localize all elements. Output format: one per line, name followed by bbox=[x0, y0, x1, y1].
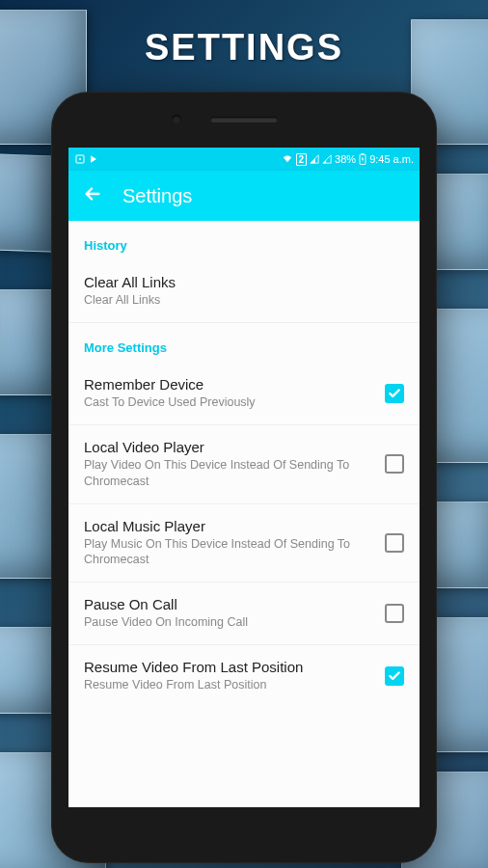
setting-remember-device[interactable]: Remember Device Cast To Device Used Prev… bbox=[68, 363, 420, 425]
checkbox-checked-icon[interactable] bbox=[385, 666, 404, 686]
svg-rect-3 bbox=[362, 153, 364, 154]
app-bar-title: Settings bbox=[122, 185, 192, 207]
phone-speaker bbox=[210, 117, 278, 122]
setting-title: Local Video Player bbox=[84, 439, 373, 455]
app-bar: Settings bbox=[68, 171, 420, 221]
settings-content: History Clear All Links Clear All Links … bbox=[68, 221, 420, 807]
setting-resume-video[interactable]: Resume Video From Last Position Resume V… bbox=[68, 645, 420, 707]
setting-title: Pause On Call bbox=[84, 596, 373, 612]
setting-subtitle: Play Music On This Device Instead Of Sen… bbox=[84, 536, 373, 569]
setting-subtitle: Cast To Device Used Previously bbox=[84, 394, 373, 411]
setting-local-music-player[interactable]: Local Music Player Play Music On This De… bbox=[68, 504, 420, 583]
setting-title: Clear All Links bbox=[84, 274, 393, 290]
setting-title: Resume Video From Last Position bbox=[84, 659, 373, 675]
wifi-icon bbox=[282, 154, 293, 164]
screenshot-icon bbox=[74, 153, 86, 165]
setting-clear-all-links[interactable]: Clear All Links Clear All Links bbox=[68, 260, 420, 323]
section-header-more-settings: More Settings bbox=[68, 323, 420, 363]
signal-icon-2 bbox=[322, 154, 332, 164]
battery-percent: 38% bbox=[335, 153, 356, 165]
battery-charging-icon bbox=[359, 153, 366, 165]
setting-local-video-player[interactable]: Local Video Player Play Video On This De… bbox=[68, 425, 420, 504]
svg-point-1 bbox=[79, 158, 81, 160]
page-title: SETTINGS bbox=[0, 0, 488, 68]
setting-subtitle: Play Video On This Device Instead Of Sen… bbox=[84, 457, 373, 490]
sim-icon: 2 bbox=[296, 153, 308, 166]
clock-text: 9:45 a.m. bbox=[369, 153, 414, 165]
setting-subtitle: Pause Video On Incoming Call bbox=[84, 614, 373, 631]
checkbox-unchecked-icon[interactable] bbox=[385, 604, 404, 623]
notification-icon bbox=[89, 154, 98, 164]
phone-camera bbox=[172, 115, 181, 124]
setting-title: Local Music Player bbox=[84, 518, 373, 534]
phone-frame: 2 38% 9:45 a.m. Settings History bbox=[51, 92, 437, 863]
status-bar: 2 38% 9:45 a.m. bbox=[68, 148, 420, 171]
section-header-history: History bbox=[68, 221, 420, 260]
setting-subtitle: Clear All Links bbox=[84, 292, 393, 309]
checkbox-checked-icon[interactable] bbox=[385, 384, 404, 403]
checkbox-unchecked-icon[interactable] bbox=[385, 454, 404, 474]
phone-screen: 2 38% 9:45 a.m. Settings History bbox=[68, 148, 420, 807]
setting-title: Remember Device bbox=[84, 376, 373, 393]
setting-subtitle: Resume Video From Last Position bbox=[84, 677, 373, 693]
back-arrow-icon[interactable] bbox=[82, 183, 103, 208]
checkbox-unchecked-icon[interactable] bbox=[385, 533, 404, 553]
setting-pause-on-call[interactable]: Pause On Call Pause Video On Incoming Ca… bbox=[68, 583, 420, 645]
signal-icon bbox=[310, 154, 319, 164]
